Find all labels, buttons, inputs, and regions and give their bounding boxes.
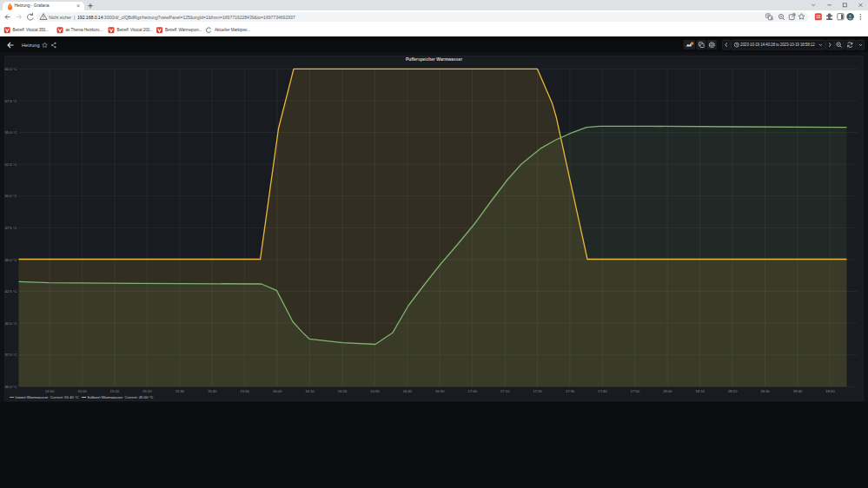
- svg-text:2023-10-19 14:40:28 to 2023-10: 2023-10-19 14:40:28 to 2023-10-19 18:58:…: [740, 43, 815, 47]
- svg-text:15:20: 15:20: [142, 389, 152, 393]
- svg-text:40.0 °C: 40.0 °C: [5, 321, 17, 326]
- svg-text:17:30: 17:30: [566, 389, 575, 393]
- svg-text:35.0 °C: 35.0 °C: [5, 385, 17, 389]
- svg-text:17:00: 17:00: [467, 389, 477, 393]
- svg-text:37.5 °C: 37.5 °C: [5, 353, 17, 357]
- svg-text:16:30: 16:30: [370, 389, 380, 393]
- svg-text:16:50: 16:50: [435, 389, 445, 393]
- svg-text:14:50: 14:50: [45, 389, 55, 393]
- svg-text:15:40: 15:40: [208, 389, 217, 393]
- svg-text:55.0 °C: 55.0 °C: [5, 130, 17, 135]
- svg-text:16:40: 16:40: [402, 389, 412, 393]
- svg-text:16:00: 16:00: [273, 389, 282, 393]
- svg-text:57.5 °C: 57.5 °C: [5, 99, 17, 103]
- svg-text:45.0 °C: 45.0 °C: [5, 258, 17, 262]
- svg-text:17:50: 17:50: [630, 389, 639, 393]
- svg-text:17:40: 17:40: [598, 389, 607, 393]
- svg-text:18:50: 18:50: [825, 389, 835, 393]
- svg-text:15:50: 15:50: [240, 389, 249, 393]
- svg-text:17:20: 17:20: [533, 389, 542, 393]
- svg-text:15:30: 15:30: [175, 389, 184, 393]
- svg-text:18:40: 18:40: [793, 389, 803, 393]
- svg-text:52.5 °C: 52.5 °C: [5, 162, 17, 167]
- svg-text:42.5 °C: 42.5 °C: [5, 289, 17, 293]
- svg-text:16:10: 16:10: [305, 389, 315, 393]
- svg-text:50.0 °C: 50.0 °C: [5, 194, 17, 198]
- svg-text:47.5 °C: 47.5 °C: [5, 226, 17, 230]
- svg-text:16:20: 16:20: [338, 389, 348, 393]
- svg-text:18:30: 18:30: [760, 389, 770, 393]
- svg-text:18:10: 18:10: [695, 389, 705, 393]
- svg-text:18:20: 18:20: [728, 389, 738, 393]
- svg-text:18:00: 18:00: [663, 389, 673, 393]
- svg-text:17:10: 17:10: [500, 389, 510, 393]
- svg-text:15:10: 15:10: [110, 389, 120, 393]
- svg-text:15:00: 15:00: [77, 389, 87, 393]
- svg-text:Heizung: Heizung: [22, 43, 40, 48]
- svg-text:60.0 °C: 60.0 °C: [5, 67, 17, 71]
